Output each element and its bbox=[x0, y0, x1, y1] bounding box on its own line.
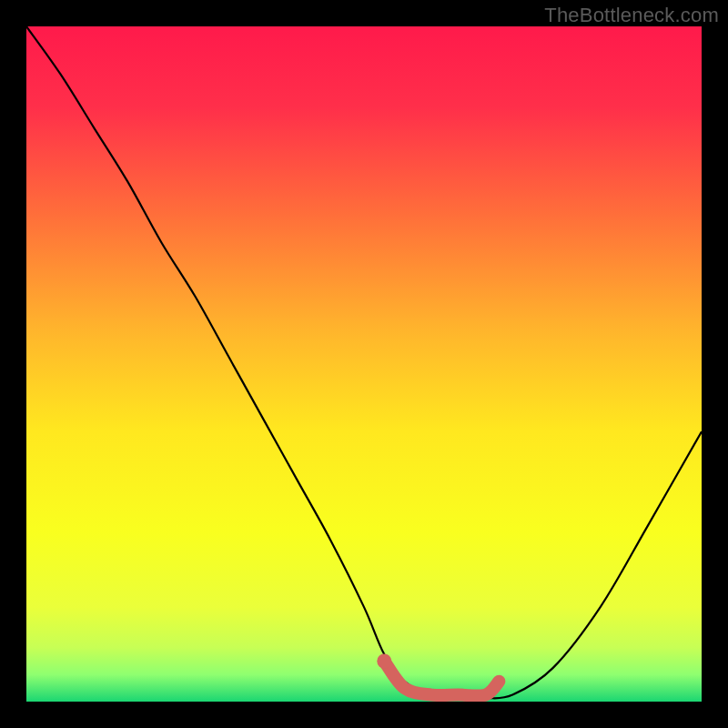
bottleneck-curve bbox=[26, 26, 702, 699]
watermark-text: TheBottleneck.com bbox=[544, 4, 719, 27]
optimal-range-marker bbox=[384, 661, 499, 695]
curve-layer bbox=[26, 26, 702, 702]
chart-plot-area bbox=[26, 26, 702, 702]
optimal-marker-dot bbox=[377, 653, 391, 668]
